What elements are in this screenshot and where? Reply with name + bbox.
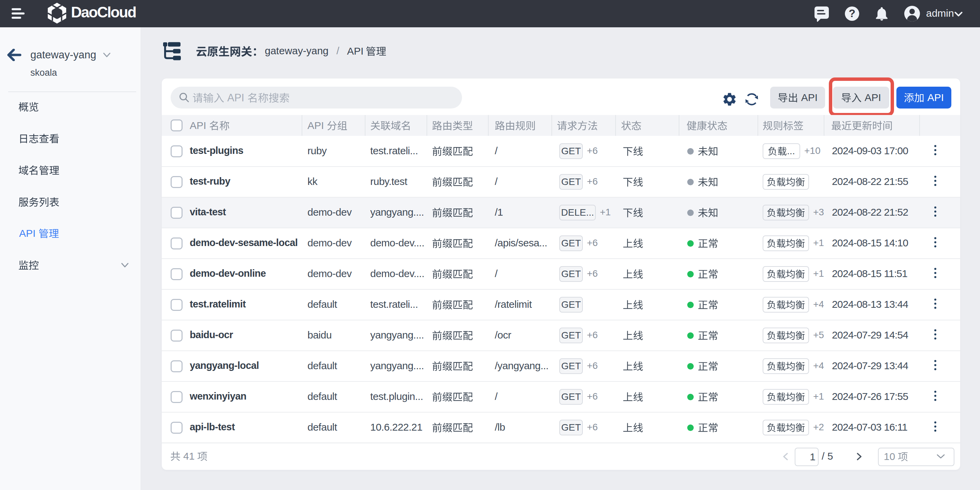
- svg-text:?: ?: [849, 7, 856, 19]
